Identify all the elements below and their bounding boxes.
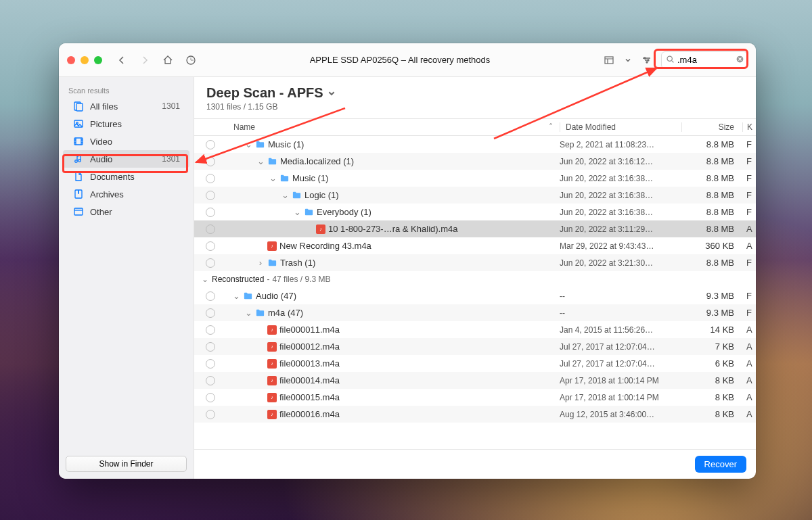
file-row[interactable]: ⌄ Logic (1)Jun 20, 2022 at 3:16:38…8.8 M…: [194, 187, 756, 204]
file-row[interactable]: ⌄ Media.localized (1)Jun 20, 2022 at 3:1…: [194, 153, 756, 170]
column-name[interactable]: Name ˄: [220, 122, 560, 132]
file-size: 7 KB: [681, 341, 742, 352]
disclosure-open-icon[interactable]: ⌄: [244, 139, 252, 149]
file-row[interactable]: ♪ New Recording 43.m4aMar 29, 2022 at 9:…: [194, 237, 756, 254]
sidebar: Scan results All files1301PicturesVideoA…: [59, 77, 194, 479]
disclosure-open-icon[interactable]: ⌄: [201, 275, 209, 284]
file-size: 8.8 MB: [681, 207, 742, 217]
disclosure-open-icon[interactable]: ⌄: [269, 173, 277, 183]
file-list[interactable]: ⌄ Music (1)Sep 2, 2021 at 11:08:23…8.8 M…: [194, 136, 756, 449]
search-box[interactable]: [661, 51, 748, 69]
file-row[interactable]: ♪ file000013.m4aJul 27, 2017 at 12:07:04…: [194, 355, 756, 372]
row-checkbox[interactable]: [201, 174, 220, 183]
file-row[interactable]: ⌄ Music (1)Jun 20, 2022 at 3:16:38…8.8 M…: [194, 170, 756, 187]
main-title-row[interactable]: Deep Scan - APFS: [206, 85, 744, 101]
disclosure-open-icon[interactable]: ⌄: [256, 156, 265, 166]
row-checkbox[interactable]: [201, 157, 220, 166]
close-button[interactable]: [67, 56, 75, 64]
maximize-button[interactable]: [94, 56, 102, 64]
filter-button[interactable]: [638, 51, 656, 69]
file-row[interactable]: ♪ file000016.m4aAug 12, 2015 at 3:46:00……: [194, 406, 756, 423]
recover-button[interactable]: Recover: [695, 456, 746, 473]
sort-asc-icon: ˄: [549, 122, 553, 132]
file-row[interactable]: › Trash (1)Jun 20, 2022 at 3:21:30…8.8 M…: [194, 254, 756, 271]
folder-icon: [279, 173, 290, 183]
column-headers: Name ˄ Date Modified Size K: [194, 118, 756, 136]
file-date: Apr 17, 2018 at 1:00:14 PM: [560, 393, 681, 402]
sidebar-item-count: 1301: [162, 101, 180, 111]
view-mode-chevron-icon[interactable]: [623, 51, 633, 69]
folder-icon: [255, 139, 265, 149]
minimize-button[interactable]: [81, 56, 89, 64]
file-name: 10 1-800-273-…ra & Khalid).m4a: [328, 224, 458, 234]
sidebar-item-all-files[interactable]: All files1301: [63, 97, 189, 115]
file-row[interactable]: ♪ file000015.m4aApr 17, 2018 at 1:00:14 …: [194, 389, 756, 406]
file-date: Mar 29, 2022 at 9:43:43…: [560, 241, 681, 251]
row-checkbox[interactable]: [201, 308, 220, 318]
clear-search-icon[interactable]: [736, 55, 744, 66]
search-input[interactable]: [677, 55, 743, 65]
folder-icon: [304, 207, 314, 217]
svg-point-4: [646, 62, 648, 63]
disclosure-open-icon[interactable]: ⌄: [281, 190, 289, 200]
file-row[interactable]: ♪ file000012.m4aJul 27, 2017 at 12:07:04…: [194, 338, 756, 355]
row-checkbox[interactable]: [201, 140, 220, 149]
file-kind: A: [742, 224, 756, 234]
row-checkbox[interactable]: [201, 191, 220, 200]
m4a-file-icon: ♪: [316, 224, 325, 234]
file-size: 9.3 MB: [681, 308, 742, 318]
home-button[interactable]: [159, 51, 177, 69]
file-kind: F: [742, 207, 756, 217]
nav-back-button[interactable]: [113, 51, 131, 69]
show-in-finder-button[interactable]: Show in Finder: [66, 456, 187, 472]
sidebar-item-pictures[interactable]: Pictures: [63, 115, 189, 133]
main-panel: Deep Scan - APFS 1301 files / 1.15 GB Na…: [194, 77, 756, 479]
disclosure-closed-icon[interactable]: ›: [256, 258, 265, 268]
file-size: 9.3 MB: [681, 291, 742, 301]
group-reconstructed[interactable]: ⌄ Reconstructed - 47 files / 9.3 MB: [194, 271, 756, 287]
file-name: New Recording 43.m4a: [279, 241, 371, 251]
svg-point-12: [75, 160, 78, 163]
disclosure-open-icon[interactable]: ⌄: [232, 291, 240, 301]
row-checkbox[interactable]: [201, 291, 220, 301]
row-checkbox[interactable]: [201, 208, 220, 217]
scan-progress-icon[interactable]: [182, 51, 200, 69]
row-checkbox[interactable]: [201, 376, 220, 385]
row-checkbox[interactable]: [201, 241, 220, 251]
nav-forward-button[interactable]: [136, 51, 154, 69]
file-size: 8.8 MB: [681, 258, 742, 268]
file-date: --: [560, 308, 681, 318]
video-icon: [72, 136, 85, 147]
row-checkbox[interactable]: [201, 224, 220, 234]
svg-rect-15: [74, 208, 83, 215]
footer: Recover: [194, 449, 756, 479]
files-icon: [72, 101, 85, 112]
file-row[interactable]: ♪ file000014.m4aApr 17, 2018 at 1:00:14 …: [194, 372, 756, 389]
file-row[interactable]: ♪ file000011.m4aJan 4, 2015 at 11:56:26……: [194, 321, 756, 338]
file-row[interactable]: ♪ 10 1-800-273-…ra & Khalid).m4aJun 20, …: [194, 220, 756, 237]
row-checkbox[interactable]: [201, 258, 220, 268]
m4a-file-icon: ♪: [267, 359, 277, 369]
row-checkbox[interactable]: [201, 410, 220, 419]
column-date[interactable]: Date Modified: [560, 122, 681, 132]
file-name: Everybody (1): [317, 207, 371, 217]
sidebar-item-archives[interactable]: Archives: [63, 185, 189, 203]
sidebar-item-documents[interactable]: Documents: [63, 168, 189, 185]
row-checkbox[interactable]: [201, 325, 220, 335]
sidebar-item-other[interactable]: Other: [63, 203, 189, 220]
file-row[interactable]: ⌄ Everybody (1)Jun 20, 2022 at 3:16:38…8…: [194, 204, 756, 220]
file-name: Trash (1): [280, 258, 315, 268]
row-checkbox[interactable]: [201, 393, 220, 402]
row-checkbox[interactable]: [201, 342, 220, 352]
file-row[interactable]: ⌄ m4a (47)--9.3 MBF: [194, 304, 756, 321]
file-row[interactable]: ⌄ Music (1)Sep 2, 2021 at 11:08:23…8.8 M…: [194, 136, 756, 153]
row-checkbox[interactable]: [201, 359, 220, 369]
disclosure-open-icon[interactable]: ⌄: [293, 207, 301, 217]
sidebar-item-video[interactable]: Video: [63, 133, 189, 150]
column-kind[interactable]: K: [742, 122, 756, 132]
disclosure-open-icon[interactable]: ⌄: [244, 308, 252, 318]
column-size[interactable]: Size: [681, 122, 742, 132]
file-row[interactable]: ⌄ Audio (47)--9.3 MBF: [194, 287, 756, 304]
view-mode-button[interactable]: [600, 51, 618, 69]
sidebar-item-audio[interactable]: Audio1301: [63, 150, 189, 168]
